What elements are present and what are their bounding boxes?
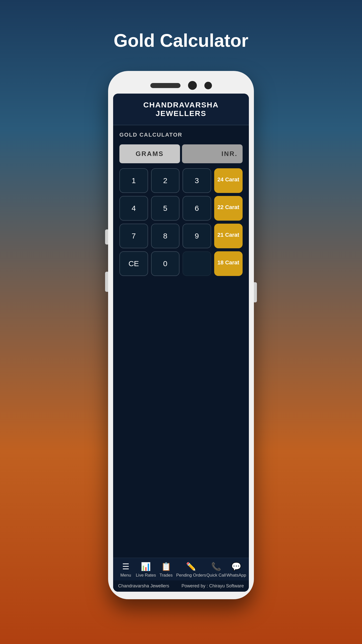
nav-label-pending-orders: Pending Orders — [176, 573, 206, 578]
key-18-carat[interactable]: 18 Carat — [214, 251, 243, 276]
nav-label-live-rates: Live Rates — [136, 573, 156, 578]
nav-item-live-rates[interactable]: 📊Live Rates — [136, 562, 156, 578]
key-0[interactable]: 0 — [151, 251, 180, 276]
phone-screen: CHANDRAVARSHA JEWELLERS GOLD CALCULATOR … — [113, 94, 249, 592]
nav-item-menu[interactable]: ☰Menu — [116, 562, 136, 578]
key-4[interactable]: 4 — [119, 196, 148, 221]
key-7[interactable]: 7 — [119, 224, 148, 248]
key-empty[interactable] — [183, 251, 211, 276]
live-rates-icon: 📊 — [141, 562, 151, 571]
nav-item-quick-call[interactable]: 📞Quick Call — [206, 562, 226, 578]
phone-footer: Chandravarsha Jewellers Powered by : Chi… — [113, 580, 249, 592]
calc-label: GOLD CALCULATOR — [119, 132, 243, 138]
nav-label-trades: Trades — [159, 573, 172, 578]
key-24-carat[interactable]: 24 Carat — [214, 168, 243, 193]
phone-frame: CHANDRAVARSHA JEWELLERS GOLD CALCULATOR … — [108, 71, 254, 599]
inr-display: INR. — [182, 144, 243, 163]
power-button — [254, 282, 257, 302]
quick-call-icon: 📞 — [211, 562, 221, 571]
calculator-section: GOLD CALCULATOR GRAMS INR. 12324 Carat45… — [113, 125, 249, 558]
nav-item-whatsapp[interactable]: 💬WhatsApp — [226, 562, 246, 578]
nav-label-whatsapp: WhatsApp — [227, 573, 246, 578]
volume-up-button — [105, 229, 108, 245]
volume-down-button — [105, 272, 108, 292]
whatsapp-icon: 💬 — [231, 562, 241, 571]
grams-display: GRAMS — [119, 144, 180, 163]
phone-notch — [113, 78, 249, 90]
nav-item-trades[interactable]: 📋Trades — [156, 562, 176, 578]
key-6[interactable]: 6 — [183, 196, 211, 221]
nav-label-menu: Menu — [120, 573, 131, 578]
keypad: 12324 Carat45622 Carat78921 CaratCE018 C… — [119, 168, 243, 276]
display-row: GRAMS INR. — [119, 144, 243, 163]
key-1[interactable]: 1 — [119, 168, 148, 193]
front-camera — [188, 81, 197, 90]
key-3[interactable]: 3 — [183, 168, 211, 193]
key-9[interactable]: 9 — [183, 224, 211, 248]
bottom-nav: ☰Menu📊Live Rates📋Trades✏️Pending Orders📞… — [113, 558, 249, 580]
key-ce[interactable]: CE — [119, 251, 148, 276]
speaker — [150, 83, 180, 88]
nav-label-quick-call: Quick Call — [206, 573, 226, 578]
key-5[interactable]: 5 — [151, 196, 180, 221]
footer-right: Powered by : Chirayu Software — [182, 583, 244, 589]
front-camera-2 — [204, 82, 212, 89]
menu-icon: ☰ — [122, 562, 129, 571]
key-2[interactable]: 2 — [151, 168, 180, 193]
pending-orders-icon: ✏️ — [186, 562, 196, 571]
app-header-title: CHANDRAVARSHA JEWELLERS — [121, 101, 241, 118]
key-21-carat[interactable]: 21 Carat — [214, 224, 243, 248]
trades-icon: 📋 — [161, 562, 171, 571]
page-title: Gold Calculator — [114, 30, 248, 51]
key-8[interactable]: 8 — [151, 224, 180, 248]
app-header: CHANDRAVARSHA JEWELLERS — [113, 94, 249, 125]
footer-left: Chandravarsha Jewellers — [118, 583, 169, 589]
nav-item-pending-orders[interactable]: ✏️Pending Orders — [176, 562, 206, 578]
key-22-carat[interactable]: 22 Carat — [214, 196, 243, 221]
